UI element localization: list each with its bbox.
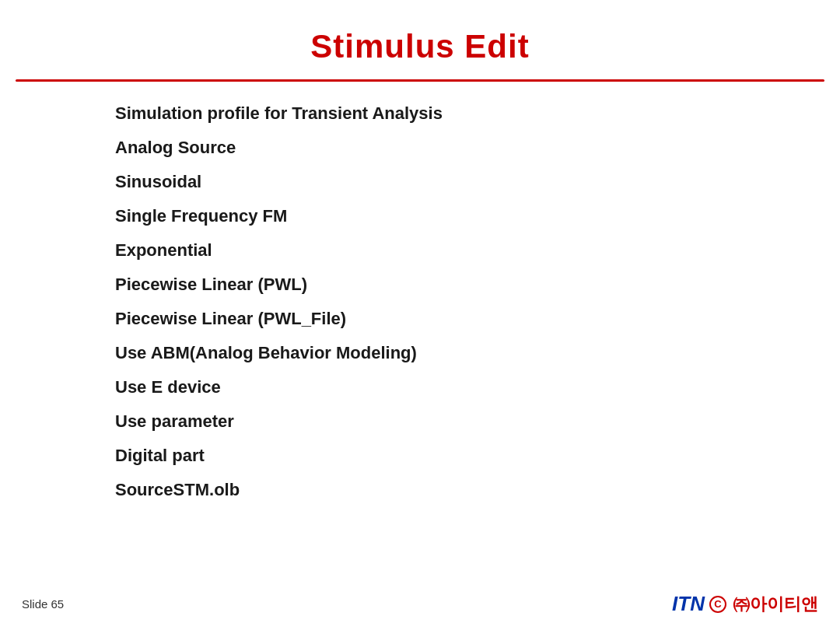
slide-number: Slide 65 — [22, 597, 64, 611]
footer-logo: ITN C ㈜아이티앤 — [672, 592, 818, 616]
list-item-9: Use parameter — [115, 413, 840, 430]
list-item-0: Simulation profile for Transient Analysi… — [115, 105, 840, 122]
list-item-1: Analog Source — [115, 139, 840, 156]
list-item-10: Digital part — [115, 447, 840, 464]
list-item-5: Piecewise Linear (PWL) — [115, 276, 840, 293]
list-item-7: Use ABM(Analog Behavior Modeling) — [115, 345, 840, 362]
list-item-8: Use E device — [115, 379, 840, 396]
list-item-3: Single Frequency FM — [115, 208, 840, 225]
content-area: Simulation profile for Transient Analysi… — [0, 82, 840, 499]
list-item-2: Sinusoidal — [115, 173, 840, 191]
page-title: Stimulus Edit — [0, 28, 840, 65]
footer: Slide 65 ITN C ㈜아이티앤 — [0, 592, 840, 616]
logo-company: ㈜아이티앤 — [733, 593, 818, 616]
circle-c-icon: C — [709, 596, 726, 613]
list-item-4: Exponential — [115, 242, 840, 259]
list-item-11: SourceSTM.olb — [115, 481, 840, 499]
list-item-6: Piecewise Linear (PWL_File) — [115, 310, 840, 327]
page-title-container: Stimulus Edit — [0, 0, 840, 79]
logo-itn: ITN — [672, 592, 705, 616]
